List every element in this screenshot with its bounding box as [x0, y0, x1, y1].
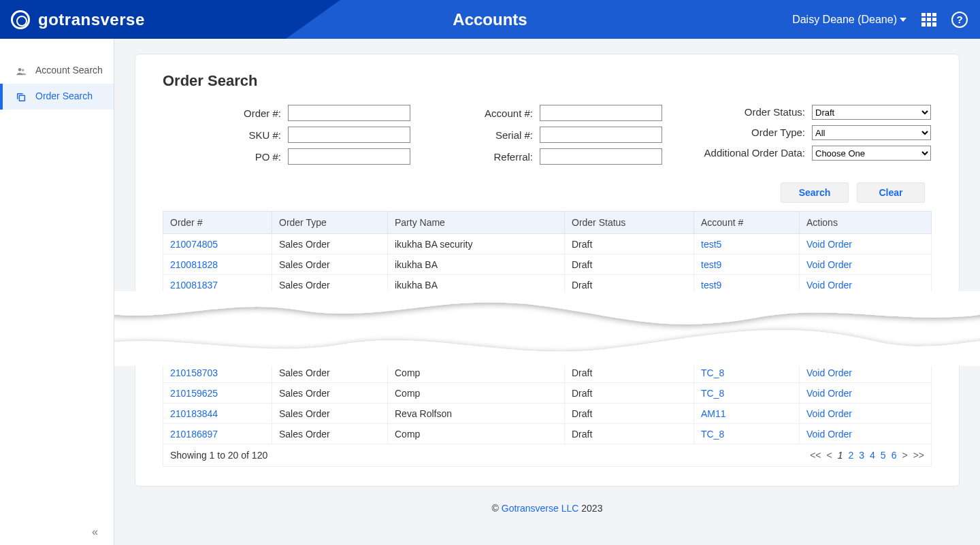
label-serial: Serial #:	[451, 129, 533, 141]
order-type-select[interactable]: All	[812, 125, 931, 140]
page-5[interactable]: 5	[881, 450, 886, 461]
layout: Account Search Order Search Order Search…	[0, 39, 980, 545]
user-menu[interactable]: Daisy Deane (Deane)	[792, 14, 906, 26]
serial-input[interactable]	[540, 127, 662, 143]
page-title: Accounts	[453, 10, 527, 29]
page-first[interactable]: <<	[810, 450, 821, 461]
account-link[interactable]: test9	[701, 259, 721, 270]
footer: © Gotransverse LLC 2023	[135, 503, 960, 514]
footer-link[interactable]: Gotransverse LLC	[502, 503, 579, 514]
cell-party: Comp	[388, 383, 565, 403]
cell-party: ikukha BA	[388, 254, 565, 275]
svg-point-0	[18, 68, 22, 71]
void-order-action[interactable]: Void Order	[806, 429, 852, 440]
button-row: Search Clear	[163, 182, 932, 203]
void-order-action[interactable]: Void Order	[806, 408, 852, 419]
cell-type: Sales Order	[272, 383, 388, 403]
account-link[interactable]: test9	[701, 280, 721, 291]
help-icon[interactable]: ?	[951, 12, 968, 28]
copy-icon	[15, 92, 27, 103]
void-order-action[interactable]: Void Order	[806, 388, 852, 399]
table-row: 210081837Sales Orderikukha BADrafttest9V…	[163, 275, 932, 295]
paging-row: Showing 1 to 20 of 120 << < 1 2 3 4 5 6 …	[163, 444, 932, 467]
void-order-action[interactable]: Void Order	[806, 239, 852, 250]
order-link[interactable]: 210081837	[170, 280, 218, 291]
label-order-status: Order Status:	[703, 106, 805, 118]
apps-icon[interactable]	[921, 13, 936, 27]
cell-status: Draft	[565, 424, 694, 444]
table-row: 210158703Sales OrderCompDraftTC_8Void Or…	[163, 363, 932, 383]
cell-type: Sales Order	[272, 363, 388, 383]
label-order-type: Order Type:	[703, 127, 805, 139]
results-table-bottom: Sales OrderDra...Void O...210158703Sales…	[163, 342, 932, 467]
void-order-action[interactable]: Void O...	[806, 347, 843, 358]
cell-party: Reva Rolfson	[388, 403, 565, 424]
brand: gotransverse	[11, 10, 145, 29]
order-status-select[interactable]: Draft	[812, 105, 931, 120]
th-order[interactable]: Order #	[163, 212, 272, 234]
cell-type: Sales Order	[272, 403, 388, 424]
cell-status: Draft	[565, 234, 694, 254]
order-link[interactable]: 210183844	[170, 408, 218, 419]
sku-input[interactable]	[288, 127, 410, 143]
account-link[interactable]: AM11	[701, 408, 726, 419]
sidebar: Account Search Order Search	[0, 39, 114, 545]
order-link[interactable]: 210186897	[170, 429, 218, 440]
label-po: PO #:	[199, 151, 281, 163]
void-order-action[interactable]: Void Order	[806, 259, 852, 270]
th-account[interactable]: Account #	[694, 212, 800, 234]
page-2[interactable]: 2	[848, 450, 853, 461]
order-link[interactable]: 2101049	[170, 300, 208, 311]
cell-type: Sales Order	[272, 342, 388, 363]
page-4[interactable]: 4	[870, 450, 875, 461]
table-row: 210081828Sales Orderikukha BADrafttest9V…	[163, 254, 932, 275]
cell-party: Comp	[388, 424, 565, 444]
void-order-action[interactable]: Void Order	[806, 280, 852, 291]
th-type[interactable]: Order Type	[272, 212, 388, 234]
sidebar-item-account-search[interactable]: Account Search	[0, 58, 114, 84]
cell-status: Draft	[565, 254, 694, 275]
th-party[interactable]: Party Name	[388, 212, 565, 234]
cell-party: Comp	[388, 363, 565, 383]
account-link[interactable]: TC_8	[701, 429, 724, 440]
results-table: Order # Order Type Party Name Order Stat…	[163, 211, 932, 316]
caret-down-icon	[900, 18, 906, 22]
order-link[interactable]: 210159625	[170, 388, 218, 399]
order-link[interactable]: 210074805	[170, 239, 218, 250]
content: Order Search Order #: SKU #: PO #: Accou…	[114, 39, 980, 545]
search-button[interactable]: Search	[781, 182, 849, 203]
cell-type: Sales Order	[272, 234, 388, 254]
sidebar-item-order-search[interactable]: Order Search	[0, 84, 114, 110]
table-row: 210183844Sales OrderReva RolfsonDraftAM1…	[163, 403, 932, 424]
referral-input[interactable]	[540, 148, 662, 165]
page-3[interactable]: 3	[859, 450, 864, 461]
cell-type: Sales Order	[272, 254, 388, 275]
void-order-action[interactable]: Void Order	[806, 367, 852, 378]
po-input[interactable]	[288, 148, 410, 165]
brand-text: gotransverse	[38, 10, 145, 29]
order-link[interactable]: 210158703	[170, 367, 218, 378]
page-next[interactable]: >	[902, 450, 907, 461]
clear-button[interactable]: Clear	[857, 182, 925, 203]
cell-status: Draft	[565, 403, 694, 424]
copyright-symbol: ©	[492, 503, 499, 514]
cell-type: Sales Order	[272, 275, 388, 295]
additional-select[interactable]: Choose One	[812, 146, 931, 161]
account-link[interactable]: test5	[701, 239, 721, 250]
order-link[interactable]: 210081828	[170, 259, 218, 270]
page-6[interactable]: 6	[892, 450, 897, 461]
order-no-input[interactable]	[288, 105, 410, 121]
account-link[interactable]: TC_8	[701, 367, 724, 378]
th-status[interactable]: Order Status	[565, 212, 694, 234]
sidebar-item-label: Order Search	[35, 90, 93, 101]
page-last[interactable]: >>	[913, 450, 924, 461]
table-row: 210074805Sales Orderikukha BA securityDr…	[163, 234, 932, 254]
cell-status: Draft	[565, 363, 694, 383]
brand-logo-icon	[11, 10, 30, 29]
page-prev[interactable]: <	[826, 450, 832, 461]
account-no-input[interactable]	[540, 105, 662, 121]
account-link[interactable]: TC_8	[701, 388, 724, 399]
collapse-sidebar-icon[interactable]: «	[92, 526, 966, 538]
cell-status: Dra...	[565, 342, 694, 363]
page-1[interactable]: 1	[838, 450, 843, 461]
